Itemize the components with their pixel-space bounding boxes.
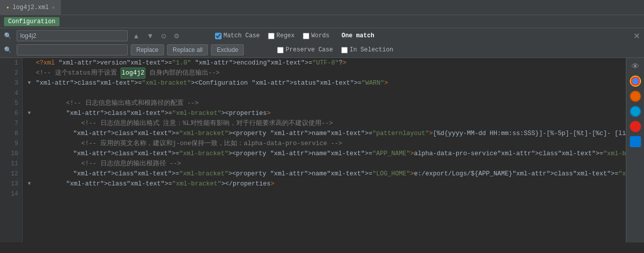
breadcrumb: Configuration [4,17,60,26]
code-xml: "xml-attr">class"xml-text">="xml-bracket… [36,78,388,88]
words-label: Words [311,32,330,39]
filter-history-button[interactable]: ⊙ [159,31,169,41]
code-line: ▼"xml-attr">class"xml-text">="xml-bracke… [28,78,621,88]
words-option[interactable]: Words [303,32,330,39]
regex-checkbox[interactable] [268,33,275,39]
match-case-label: Match Case [224,32,260,39]
breadcrumb-bar: Configuration [0,15,644,28]
fold-icon[interactable]: ▼ [28,179,34,189]
line-number: 5 [4,98,18,108]
opera-icon[interactable] [630,121,641,132]
match-count: One match [342,32,374,39]
line-number: 8 [4,129,18,139]
line-number: 4 [4,88,18,98]
firefox-icon[interactable] [630,91,641,102]
code-line: "xml-attr">class"xml-text">="xml-bracket… [28,149,621,159]
match-case-option[interactable]: Match Case [215,32,260,39]
replace-options: Preserve Case In Selection [277,46,393,53]
code-line: "xml-attr">class"xml-text">="xml-bracket… [28,129,621,139]
in-selection-checkbox[interactable] [341,47,348,53]
code-area[interactable]: <?xml "xml-attr">version"xml-text">="1.0… [23,58,626,242]
replace-all-button[interactable]: Replace all [167,44,208,55]
code-line [28,189,621,199]
line-number: 9 [4,139,18,149]
search-options: Match Case Regex Words One match [215,32,374,39]
exclude-button[interactable]: Exclude [211,44,244,55]
tab-bar: ✦ log4j2.xml ✕ [0,0,644,15]
line-number: 13 [4,179,18,189]
ie-icon[interactable] [630,136,641,147]
match-case-checkbox[interactable] [215,33,222,39]
close-search-button[interactable]: ✕ [633,31,640,41]
line-number: 11 [4,159,18,169]
code-comment: <!-- 日志信息的输出格式 注意：%L对性能有影响，对于行能要求高的不建议使用… [36,118,333,129]
search-row-1: 🔍 ▲ ▼ ⊙ ⚙ Match Case Regex Words One mat… [4,30,640,41]
right-panel: 👁 [626,58,644,242]
in-selection-label: In Selection [350,46,393,53]
chrome-icon[interactable] [630,76,641,87]
line-number: 7 [4,118,18,129]
preserve-case-option[interactable]: Preserve Case [277,46,333,53]
visibility-icon[interactable]: 👁 [631,62,639,72]
regex-option[interactable]: Regex [268,32,295,39]
fold-icon[interactable]: ▼ [28,108,34,118]
code-comment: <!-- 日志信息的输出根路径 --> [36,159,181,169]
code-xml: "xml-attr">class"xml-text">="xml-bracket… [36,108,271,118]
line-number: 14 [4,189,18,199]
search-input[interactable] [17,30,128,41]
code-xml: "xml-attr">class"xml-text">="xml-bracket… [36,179,275,189]
line-number: 2 [4,68,18,78]
code-line: ▼ "xml-attr">class"xml-text">="xml-brack… [28,179,621,189]
safari-icon[interactable] [630,106,641,117]
preserve-case-checkbox[interactable] [277,47,284,53]
in-selection-option[interactable]: In Selection [341,46,393,53]
search-bar: 🔍 ▲ ▼ ⊙ ⚙ Match Case Regex Words One mat… [0,28,644,58]
regex-label: Regex [277,32,295,39]
line-number: 12 [4,169,18,179]
replace-icon: 🔍 [4,46,12,54]
code-line: <?xml "xml-attr">version"xml-text">="1.0… [28,58,621,68]
editor-area: 1234567891011121314 <?xml "xml-attr">ver… [0,58,644,242]
search-icon: 🔍 [4,32,12,40]
tab-close-icon[interactable]: ✕ [52,5,55,11]
code-xml: "xml-attr">class"xml-text">="xml-bracket… [28,129,626,139]
code-comment: <!-- 日志信息输出格式和根路径的配置 --> [36,98,199,108]
replace-button[interactable]: Replace [131,44,164,55]
code-line [28,88,621,98]
prev-match-button[interactable]: ▲ [131,31,142,40]
code-comment: <!-- 这个status用于设置 [36,68,121,78]
code-line: <!-- 日志信息的输出格式 注意：%L对性能有影响，对于行能要求高的不建议使用… [28,118,621,129]
line-numbers: 1234567891011121314 [0,58,23,242]
code-line: <!-- 日志信息输出格式和根路径的配置 --> [28,98,621,108]
replace-input[interactable] [17,44,128,55]
settings-button[interactable]: ⚙ [172,31,182,41]
fold-icon[interactable]: ▼ [28,78,34,88]
code-xml: "xml-attr">class"xml-text">="xml-bracket… [28,149,626,159]
code-line: ▼ "xml-attr">class"xml-text">="xml-brack… [28,108,621,118]
code-xml: "xml-attr">class"xml-text">="xml-bracket… [28,169,626,179]
search-match-highlight: log4j2 [121,68,145,79]
words-checkbox[interactable] [303,33,309,39]
line-number: 1 [4,58,18,68]
search-row-2: 🔍 Replace Replace all Exclude Preserve C… [4,44,640,55]
tab-label: log4j2.xml [13,4,49,11]
next-match-button[interactable]: ▼ [145,31,156,40]
code-line: <!-- 应用的英文名称，建议和j-one保持一致，比如：alpha-data-… [28,139,621,149]
preserve-case-label: Preserve Case [286,46,333,53]
code-xml: <?xml "xml-attr">version"xml-text">="1.0… [36,58,346,68]
code-line: <!-- 这个status用于设置 log4j2 自身内部的信息输出--> [28,68,621,78]
file-icon: ✦ [6,4,10,11]
line-number: 3 [4,78,18,88]
code-comment: <!-- 应用的英文名称，建议和j-one保持一致，比如：alpha-data-… [36,139,342,149]
code-comment: 自身内部的信息输出--> [145,68,220,78]
line-number: 10 [4,149,18,159]
file-tab[interactable]: ✦ log4j2.xml ✕ [0,0,62,15]
code-line: <!-- 日志信息的输出根路径 --> [28,159,621,169]
line-number: 6 [4,108,18,118]
code-line: "xml-attr">class"xml-text">="xml-bracket… [28,169,621,179]
